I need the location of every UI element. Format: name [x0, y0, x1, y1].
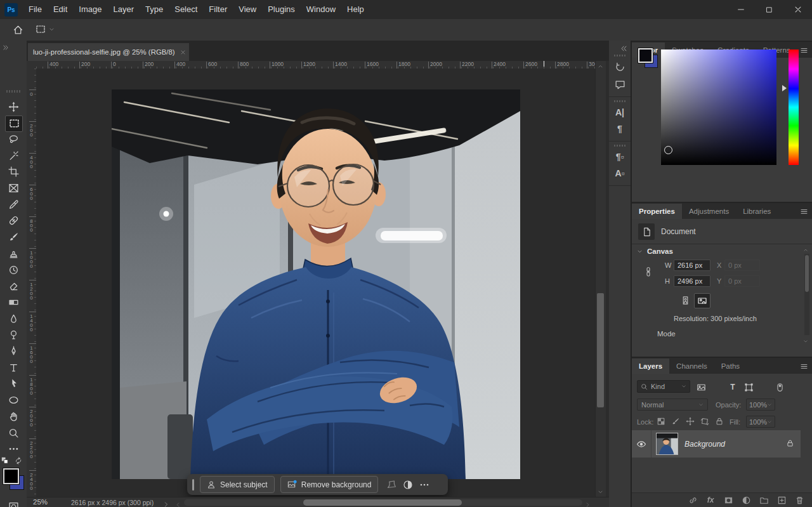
lock-transparency-icon[interactable] — [656, 416, 666, 426]
scroll-down-arrow[interactable] — [803, 338, 808, 345]
paragraph-panel-icon[interactable]: ¶ — [614, 123, 625, 135]
link-layers-button[interactable] — [688, 495, 698, 505]
panel-menu-button[interactable] — [800, 362, 808, 373]
fill-value[interactable]: 100% — [746, 416, 775, 428]
crop-tool[interactable] — [5, 164, 22, 180]
panel-color-swatches[interactable] — [638, 48, 657, 67]
adjustment-filter-icon[interactable] — [711, 381, 723, 393]
layer-filter-kind-dropdown[interactable]: Kind — [637, 380, 690, 393]
opacity-value[interactable]: 100% — [746, 398, 775, 411]
document-tab[interactable]: luo-ji-professional-selfie.jpg @ 25% (RG… — [28, 43, 189, 61]
object-selection-tool[interactable] — [5, 148, 22, 163]
properties-scrollbar[interactable] — [804, 254, 809, 335]
eyedropper-tool[interactable] — [5, 197, 22, 212]
menu-type[interactable]: Type — [140, 0, 169, 19]
filter-toggle[interactable] — [774, 381, 785, 393]
properties-tab-properties[interactable]: Properties — [632, 204, 682, 219]
tab-close-button[interactable] — [180, 49, 186, 55]
shape-tool[interactable] — [5, 393, 22, 408]
lock-artboard-icon[interactable] — [700, 416, 710, 426]
portrait-orientation-button[interactable] — [678, 293, 693, 307]
scroll-right-arrow[interactable] — [585, 499, 591, 507]
history-brush-tool[interactable] — [5, 262, 22, 277]
minimize-button[interactable] — [726, 0, 755, 19]
scroll-up-arrow[interactable] — [596, 62, 605, 70]
menu-help[interactable]: Help — [341, 0, 370, 19]
canvas-x-input[interactable]: 0 px — [724, 260, 760, 271]
eraser-tool[interactable] — [5, 279, 22, 294]
canvas-width-input[interactable]: 2616 px — [674, 260, 710, 271]
shape-filter-icon[interactable] — [743, 381, 754, 393]
vertical-scroll-thumb[interactable] — [597, 293, 604, 407]
hand-tool[interactable] — [5, 409, 22, 424]
scroll-down-arrow[interactable] — [596, 488, 605, 496]
foreground-color-swatch[interactable] — [3, 468, 19, 484]
layer-row-background[interactable]: Background — [632, 430, 801, 458]
blur-tool[interactable] — [5, 311, 22, 326]
lock-all-icon[interactable] — [714, 416, 724, 426]
panel-menu-button[interactable] — [800, 207, 808, 218]
dodge-tool[interactable] — [5, 327, 22, 343]
menu-file[interactable]: File — [23, 0, 48, 19]
new-adjustment-button[interactable] — [741, 495, 751, 505]
menu-view[interactable]: View — [233, 0, 262, 19]
new-layer-button[interactable] — [776, 495, 787, 505]
collapse-dock-button[interactable] — [620, 43, 627, 55]
menu-filter[interactable]: Filter — [203, 0, 233, 19]
add-mask-button[interactable] — [723, 495, 733, 505]
tool-preset[interactable] — [36, 24, 55, 34]
canvas-height-input[interactable]: 2496 px — [674, 275, 710, 287]
paragraph-styles-panel-icon[interactable]: ¶▫ — [614, 151, 625, 162]
lasso-tool[interactable] — [5, 131, 22, 147]
history-panel-icon[interactable] — [614, 61, 625, 72]
menu-edit[interactable]: Edit — [48, 0, 73, 19]
quick-mask-button[interactable] — [5, 499, 22, 507]
type-filter-icon[interactable]: T — [727, 381, 738, 393]
status-options-button[interactable] — [163, 499, 169, 507]
layer-visibility-toggle[interactable] — [632, 430, 652, 458]
landscape-orientation-button[interactable] — [694, 293, 710, 308]
canvas-y-input[interactable]: 0 px — [724, 275, 760, 287]
panel-menu-button[interactable] — [800, 46, 808, 57]
menu-plugins[interactable]: Plugins — [262, 0, 301, 19]
character-styles-panel-icon[interactable]: A▫ — [614, 168, 625, 179]
lock-move-icon[interactable] — [685, 416, 695, 426]
rectangular-marquee-tool[interactable] — [5, 115, 23, 132]
horizontal-scroll-thumb[interactable] — [303, 499, 462, 506]
smart-object-filter-icon[interactable] — [759, 381, 770, 393]
canvas-section-chevron[interactable] — [637, 248, 643, 256]
character-panel-icon[interactable]: A| — [614, 107, 625, 118]
more-options-button[interactable] — [416, 480, 433, 490]
move-tool[interactable] — [5, 99, 22, 114]
swap-colors-controls[interactable] — [1, 456, 25, 465]
layers-tab-layers[interactable]: Layers — [632, 359, 669, 374]
color-picker-field[interactable] — [661, 49, 776, 165]
task-bar-drag-handle[interactable] — [192, 479, 194, 491]
delete-layer-button[interactable] — [794, 495, 804, 505]
edit-toolbar-tool[interactable] — [5, 442, 22, 457]
menu-image[interactable]: Image — [73, 0, 107, 19]
canvas-area[interactable] — [36, 69, 595, 497]
home-button[interactable] — [13, 24, 23, 35]
gradient-tool[interactable] — [5, 294, 22, 310]
remove-background-button[interactable]: Remove background — [280, 476, 379, 493]
properties-tab-adjustments[interactable]: Adjustments — [682, 204, 736, 219]
adjustments-button[interactable] — [400, 480, 416, 490]
zoom-tool[interactable] — [5, 425, 22, 440]
layers-tab-paths[interactable]: Paths — [714, 359, 747, 374]
lock-paint-icon[interactable] — [671, 416, 681, 426]
brush-tool[interactable] — [5, 230, 22, 245]
image-filter-icon[interactable] — [695, 381, 707, 393]
path-selection-tool[interactable] — [5, 376, 22, 392]
maximize-button[interactable] — [755, 0, 783, 19]
hue-slider[interactable] — [789, 49, 799, 165]
select-subject-button[interactable]: Select subject — [200, 476, 275, 493]
expand-tools-button[interactable] — [3, 42, 9, 53]
color-picker-cursor[interactable] — [664, 146, 672, 154]
spot-healing-brush-tool[interactable] — [5, 213, 22, 228]
new-group-button[interactable] — [759, 495, 769, 505]
menu-layer[interactable]: Layer — [108, 0, 140, 19]
menu-window[interactable]: Window — [301, 0, 341, 19]
link-dimensions-icon[interactable] — [643, 267, 653, 278]
scroll-left-arrow[interactable] — [175, 499, 181, 507]
